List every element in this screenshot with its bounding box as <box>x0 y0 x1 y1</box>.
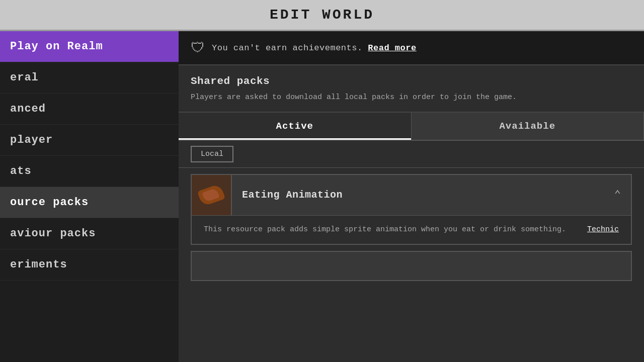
food-icon <box>198 185 224 205</box>
pack-placeholder <box>191 251 632 281</box>
sidebar-item-cheats[interactable]: ats <box>0 156 179 187</box>
achievement-text: You can't earn achievements. Read more <box>212 43 417 53</box>
pack-item-eating-animation: Eating Animation ⌃ This resource pack ad… <box>191 174 632 245</box>
achievement-banner: 🛡 You can't earn achievements. Read more <box>179 31 644 65</box>
sidebar-item-advanced[interactable]: anced <box>0 94 179 125</box>
local-tab-button[interactable]: Local <box>191 146 233 162</box>
page-header: EDIT WORLD <box>0 0 644 31</box>
pack-description: This resource pack adds simple sprite an… <box>192 215 631 244</box>
pack-list: Eating Animation ⌃ This resource pack ad… <box>179 174 644 281</box>
sidebar: Play on Realm eral anced player ats ourc… <box>0 31 179 362</box>
pack-header: Eating Animation ⌃ <box>192 175 631 215</box>
page-title: EDIT WORLD <box>270 7 374 23</box>
technic-link[interactable]: Technic <box>587 224 619 236</box>
sidebar-item-multiplayer[interactable]: player <box>0 125 179 156</box>
pack-title: Eating Animation <box>232 189 604 201</box>
achievement-icon: 🛡 <box>191 39 205 56</box>
pack-chevron-icon[interactable]: ⌃ <box>604 188 631 202</box>
shared-packs-title: Shared packs <box>191 75 632 87</box>
content-area: 🛡 You can't earn achievements. Read more… <box>179 31 644 362</box>
pack-icon-box <box>192 175 232 215</box>
tab-available[interactable]: Available <box>412 113 645 140</box>
sidebar-item-general[interactable]: eral <box>0 62 179 94</box>
sidebar-item-experiments[interactable]: eriments <box>0 249 179 281</box>
tab-active[interactable]: Active <box>179 113 412 140</box>
sidebar-item-resource-packs[interactable]: ource packs <box>0 187 179 218</box>
sidebar-item-play-on-realm[interactable]: Play on Realm <box>0 31 179 62</box>
sidebar-item-behaviour-packs[interactable]: aviour packs <box>0 218 179 249</box>
shared-packs-section: Shared packs Players are asked to downlo… <box>179 65 644 113</box>
shared-packs-description: Players are asked to download all local … <box>191 92 593 104</box>
pack-tabs: Active Available <box>179 113 644 141</box>
local-tab-section: Local <box>179 141 644 168</box>
main-layout: Play on Realm eral anced player ats ourc… <box>0 31 644 362</box>
read-more-link[interactable]: Read more <box>368 43 416 53</box>
